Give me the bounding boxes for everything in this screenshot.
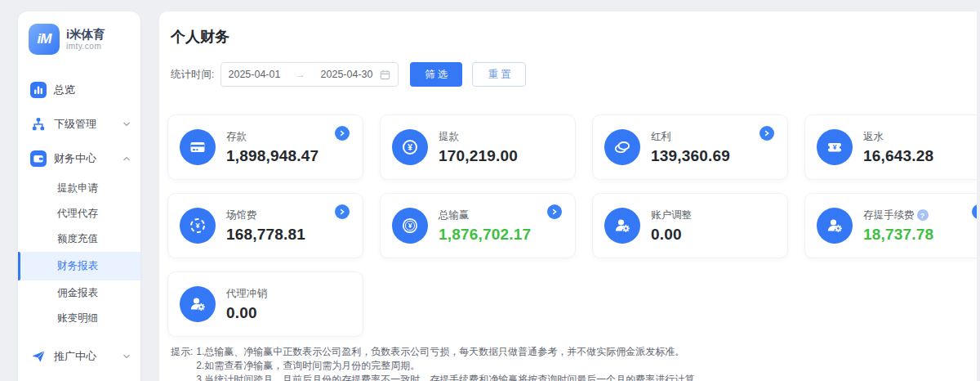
user-gear-icon <box>604 208 640 244</box>
stat-label: 场馆费 <box>226 208 257 222</box>
stat-card-rebate: ¥ 返水 16,643.28 <box>804 114 977 180</box>
detail-arrow-button[interactable] <box>972 204 977 219</box>
sidebar-menu: 总览 下级管理 财务中心 <box>18 65 140 381</box>
stat-value: 18,737.78 <box>863 226 933 244</box>
svg-text:¥: ¥ <box>408 143 412 152</box>
sidebar-item-commission-report[interactable]: 佣金报表 <box>18 280 140 306</box>
stat-value: 0.00 <box>651 226 692 244</box>
tip-line: 1.总输赢、净输赢中正数表示公司盈利，负数表示公司亏损，每天数据只做普通参考，并… <box>196 345 704 359</box>
sidebar-item-finance-center[interactable]: 财务中心 <box>18 141 140 176</box>
chevron-down-icon <box>122 120 131 128</box>
sidebar-item-promotion-center[interactable]: 推广中心 <box>18 339 140 374</box>
tips-note: 提示: 1.总输赢、净输赢中正数表示公司盈利，负数表示公司亏损，每天数据只做普通… <box>167 345 969 381</box>
sidebar-item-overview[interactable]: 总览 <box>18 73 140 107</box>
sidebar-item-account-change-detail[interactable]: 账变明细 <box>18 306 140 331</box>
yen-dashed-circle-icon: ¥ <box>180 208 216 244</box>
stat-value: 16,643.28 <box>863 147 933 165</box>
stat-value: 1,876,702.17 <box>439 226 531 244</box>
sidebar-item-label: 账变明细 <box>57 312 98 325</box>
date-range-picker[interactable]: 2025-04-01 → 2025-04-30 <box>220 62 399 87</box>
sidebar-item-quota-recharge[interactable]: 额度充值 <box>18 226 140 252</box>
user-gear-icon <box>817 208 853 244</box>
svg-text:¥: ¥ <box>195 222 199 230</box>
sidebar-item-label: 财务报表 <box>57 259 98 273</box>
ticket-yen-icon: ¥ <box>817 129 853 165</box>
stat-value: 168,778.81 <box>226 226 305 244</box>
sidebar-item-personal-center[interactable]: 个人中心 <box>18 374 140 381</box>
filter-button[interactable]: 筛选 <box>410 62 462 87</box>
stat-card-account-adjustment: 账户调整 0.00 <box>592 193 788 258</box>
stat-label: 红利 <box>651 130 671 144</box>
stat-label: 代理冲销 <box>226 287 267 301</box>
sitemap-icon <box>30 116 47 132</box>
stat-card-withdrawal: ¥ 提款 170,219.00 <box>380 114 576 180</box>
svg-text:¥: ¥ <box>408 222 412 230</box>
stat-card-transaction-fee: 存提手续费 ? 18,737.78 <box>804 193 977 258</box>
coins-icon <box>604 129 640 165</box>
stat-card-venue-fee: ¥ 场馆费 168,778.81 <box>167 193 363 258</box>
stat-label: 账户调整 <box>651 208 692 222</box>
detail-arrow-button[interactable] <box>335 204 350 219</box>
sidebar-item-label: 推广中心 <box>54 349 96 364</box>
date-separator: → <box>285 69 315 79</box>
brand-logo[interactable]: iM i米体育 imty.com <box>18 11 140 65</box>
app-window: iM i米体育 imty.com 总览 下级管理 <box>0 0 980 381</box>
stat-label: 返水 <box>863 130 884 144</box>
sidebar-item-label: 下级管理 <box>54 117 96 132</box>
filter-bar: 统计时间: 2025-04-01 → 2025-04-30 筛选 重置 <box>167 62 969 87</box>
brand-name: i米体育 <box>66 28 105 42</box>
sidebar-item-label: 提款申请 <box>57 182 98 195</box>
user-gear-icon <box>180 286 216 322</box>
calendar-icon[interactable] <box>379 69 391 81</box>
chevron-down-icon <box>122 352 131 361</box>
stat-value: 1,898,948.47 <box>226 147 318 165</box>
page-title: 个人财务 <box>167 27 969 47</box>
stat-label: 总输赢 <box>439 208 470 222</box>
svg-text:¥: ¥ <box>833 143 837 151</box>
stat-card-bonus: 红利 139,360.69 <box>592 114 788 180</box>
help-icon[interactable]: ? <box>917 209 929 221</box>
tips-label: 提示: <box>171 345 193 381</box>
stat-card-agent-writeoff: 代理冲销 0.00 <box>167 271 363 337</box>
stat-cards-grid: 存款 1,898,948.47 ¥ 提款 170,219.00 <box>167 114 977 337</box>
tip-line: 3.当统计时间跨月，且前后月份的存提费率不一致时，存提手续费和净输赢将按查询时间… <box>196 373 704 381</box>
stat-value: 0.00 <box>226 304 267 322</box>
tip-line: 2.如需查看净输赢，查询时间需为月份的完整周期。 <box>196 359 704 373</box>
finance-submenu: 提款申请 代理代存 额度充值 财务报表 佣金报表 账变明细 <box>18 176 140 331</box>
main-panel: 个人财务 统计时间: 2025-04-01 → 2025-04-30 筛选 重置 <box>159 11 977 381</box>
stat-label: 存款 <box>226 130 247 144</box>
start-date-value[interactable]: 2025-04-01 <box>228 69 280 80</box>
brand-logo-icon: iM <box>29 24 60 55</box>
reset-button[interactable]: 重置 <box>472 62 526 87</box>
detail-arrow-button[interactable] <box>760 126 774 141</box>
stat-label: 提款 <box>439 130 459 144</box>
stat-card-total-winloss: ¥ 总输赢 1,876,702.17 <box>380 193 576 258</box>
sidebar-item-finance-report[interactable]: 财务报表 <box>18 252 140 280</box>
wallet-icon <box>30 150 47 167</box>
stat-value: 139,360.69 <box>651 147 730 165</box>
sidebar-item-label: 代理代存 <box>57 207 98 221</box>
sidebar-item-label: 额度充值 <box>57 232 98 246</box>
credit-card-icon <box>180 129 216 165</box>
yen-coin-icon: ¥ <box>392 208 428 244</box>
stat-card-deposit: 存款 1,898,948.47 <box>167 114 363 180</box>
chevron-up-icon <box>122 155 131 163</box>
sidebar: iM i米体育 imty.com 总览 下级管理 <box>18 11 140 381</box>
bar-chart-icon <box>30 82 47 98</box>
sidebar-item-label: 财务中心 <box>54 151 96 166</box>
sidebar-item-withdraw-request[interactable]: 提款申请 <box>18 176 140 201</box>
date-filter-label: 统计时间: <box>171 68 214 82</box>
detail-arrow-button[interactable] <box>547 204 562 219</box>
end-date-value[interactable]: 2025-04-30 <box>321 69 373 80</box>
sidebar-item-label: 总览 <box>54 83 75 97</box>
sidebar-item-agent-deposit[interactable]: 代理代存 <box>18 201 140 226</box>
sidebar-item-label: 佣金报表 <box>57 286 98 300</box>
yen-circle-icon: ¥ <box>392 129 428 165</box>
paper-plane-icon <box>30 348 47 365</box>
sidebar-item-sub-management[interactable]: 下级管理 <box>18 107 140 141</box>
detail-arrow-button[interactable] <box>335 126 350 141</box>
stat-value: 170,219.00 <box>439 147 518 165</box>
stat-label: 存提手续费 <box>863 208 915 222</box>
brand-domain: imty.com <box>66 42 105 51</box>
